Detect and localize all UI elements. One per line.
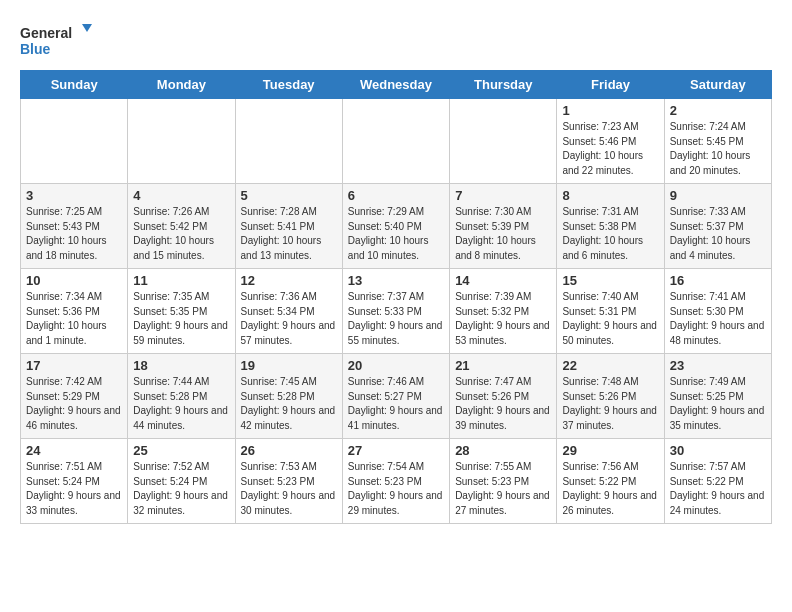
calendar-header-sunday: Sunday [21, 71, 128, 99]
logo-svg: GeneralBlue [20, 20, 100, 60]
day-number: 16 [670, 273, 766, 288]
calendar-cell: 3Sunrise: 7:25 AM Sunset: 5:43 PM Daylig… [21, 184, 128, 269]
day-info: Sunrise: 7:52 AM Sunset: 5:24 PM Dayligh… [133, 460, 229, 518]
calendar-cell: 8Sunrise: 7:31 AM Sunset: 5:38 PM Daylig… [557, 184, 664, 269]
calendar-week-row: 3Sunrise: 7:25 AM Sunset: 5:43 PM Daylig… [21, 184, 772, 269]
calendar-header-monday: Monday [128, 71, 235, 99]
day-info: Sunrise: 7:53 AM Sunset: 5:23 PM Dayligh… [241, 460, 337, 518]
day-info: Sunrise: 7:55 AM Sunset: 5:23 PM Dayligh… [455, 460, 551, 518]
day-info: Sunrise: 7:36 AM Sunset: 5:34 PM Dayligh… [241, 290, 337, 348]
calendar-week-row: 24Sunrise: 7:51 AM Sunset: 5:24 PM Dayli… [21, 439, 772, 524]
svg-marker-1 [82, 24, 92, 32]
day-number: 30 [670, 443, 766, 458]
day-number: 2 [670, 103, 766, 118]
calendar-cell: 28Sunrise: 7:55 AM Sunset: 5:23 PM Dayli… [450, 439, 557, 524]
day-number: 8 [562, 188, 658, 203]
calendar-cell [128, 99, 235, 184]
calendar-cell: 2Sunrise: 7:24 AM Sunset: 5:45 PM Daylig… [664, 99, 771, 184]
calendar-cell: 14Sunrise: 7:39 AM Sunset: 5:32 PM Dayli… [450, 269, 557, 354]
calendar-cell: 22Sunrise: 7:48 AM Sunset: 5:26 PM Dayli… [557, 354, 664, 439]
day-number: 11 [133, 273, 229, 288]
calendar-cell: 6Sunrise: 7:29 AM Sunset: 5:40 PM Daylig… [342, 184, 449, 269]
day-info: Sunrise: 7:23 AM Sunset: 5:46 PM Dayligh… [562, 120, 658, 178]
day-number: 12 [241, 273, 337, 288]
day-number: 21 [455, 358, 551, 373]
calendar-cell: 5Sunrise: 7:28 AM Sunset: 5:41 PM Daylig… [235, 184, 342, 269]
calendar-cell: 25Sunrise: 7:52 AM Sunset: 5:24 PM Dayli… [128, 439, 235, 524]
day-number: 5 [241, 188, 337, 203]
calendar-cell: 7Sunrise: 7:30 AM Sunset: 5:39 PM Daylig… [450, 184, 557, 269]
calendar-cell [235, 99, 342, 184]
calendar-cell: 18Sunrise: 7:44 AM Sunset: 5:28 PM Dayli… [128, 354, 235, 439]
day-info: Sunrise: 7:34 AM Sunset: 5:36 PM Dayligh… [26, 290, 122, 348]
day-number: 15 [562, 273, 658, 288]
svg-text:Blue: Blue [20, 41, 51, 57]
calendar-cell [450, 99, 557, 184]
calendar-cell: 16Sunrise: 7:41 AM Sunset: 5:30 PM Dayli… [664, 269, 771, 354]
calendar-cell: 26Sunrise: 7:53 AM Sunset: 5:23 PM Dayli… [235, 439, 342, 524]
calendar-cell: 19Sunrise: 7:45 AM Sunset: 5:28 PM Dayli… [235, 354, 342, 439]
day-number: 10 [26, 273, 122, 288]
calendar-week-row: 17Sunrise: 7:42 AM Sunset: 5:29 PM Dayli… [21, 354, 772, 439]
calendar-cell: 13Sunrise: 7:37 AM Sunset: 5:33 PM Dayli… [342, 269, 449, 354]
calendar-cell [342, 99, 449, 184]
day-info: Sunrise: 7:45 AM Sunset: 5:28 PM Dayligh… [241, 375, 337, 433]
day-number: 9 [670, 188, 766, 203]
day-info: Sunrise: 7:49 AM Sunset: 5:25 PM Dayligh… [670, 375, 766, 433]
logo: GeneralBlue [20, 20, 100, 60]
day-number: 1 [562, 103, 658, 118]
day-number: 19 [241, 358, 337, 373]
calendar-header-thursday: Thursday [450, 71, 557, 99]
day-info: Sunrise: 7:42 AM Sunset: 5:29 PM Dayligh… [26, 375, 122, 433]
calendar-week-row: 10Sunrise: 7:34 AM Sunset: 5:36 PM Dayli… [21, 269, 772, 354]
day-number: 28 [455, 443, 551, 458]
day-info: Sunrise: 7:24 AM Sunset: 5:45 PM Dayligh… [670, 120, 766, 178]
day-number: 26 [241, 443, 337, 458]
day-info: Sunrise: 7:35 AM Sunset: 5:35 PM Dayligh… [133, 290, 229, 348]
day-number: 18 [133, 358, 229, 373]
calendar-header-tuesday: Tuesday [235, 71, 342, 99]
day-info: Sunrise: 7:57 AM Sunset: 5:22 PM Dayligh… [670, 460, 766, 518]
day-info: Sunrise: 7:37 AM Sunset: 5:33 PM Dayligh… [348, 290, 444, 348]
calendar-header-row: SundayMondayTuesdayWednesdayThursdayFrid… [21, 71, 772, 99]
calendar-cell: 1Sunrise: 7:23 AM Sunset: 5:46 PM Daylig… [557, 99, 664, 184]
day-number: 24 [26, 443, 122, 458]
calendar-week-row: 1Sunrise: 7:23 AM Sunset: 5:46 PM Daylig… [21, 99, 772, 184]
day-number: 6 [348, 188, 444, 203]
calendar-cell: 17Sunrise: 7:42 AM Sunset: 5:29 PM Dayli… [21, 354, 128, 439]
day-number: 29 [562, 443, 658, 458]
day-info: Sunrise: 7:44 AM Sunset: 5:28 PM Dayligh… [133, 375, 229, 433]
day-info: Sunrise: 7:29 AM Sunset: 5:40 PM Dayligh… [348, 205, 444, 263]
day-info: Sunrise: 7:47 AM Sunset: 5:26 PM Dayligh… [455, 375, 551, 433]
day-info: Sunrise: 7:51 AM Sunset: 5:24 PM Dayligh… [26, 460, 122, 518]
day-number: 23 [670, 358, 766, 373]
calendar-cell: 10Sunrise: 7:34 AM Sunset: 5:36 PM Dayli… [21, 269, 128, 354]
calendar-cell: 12Sunrise: 7:36 AM Sunset: 5:34 PM Dayli… [235, 269, 342, 354]
day-number: 20 [348, 358, 444, 373]
day-info: Sunrise: 7:41 AM Sunset: 5:30 PM Dayligh… [670, 290, 766, 348]
svg-text:General: General [20, 25, 72, 41]
day-number: 7 [455, 188, 551, 203]
day-number: 17 [26, 358, 122, 373]
day-info: Sunrise: 7:54 AM Sunset: 5:23 PM Dayligh… [348, 460, 444, 518]
day-info: Sunrise: 7:26 AM Sunset: 5:42 PM Dayligh… [133, 205, 229, 263]
day-number: 4 [133, 188, 229, 203]
calendar-cell: 21Sunrise: 7:47 AM Sunset: 5:26 PM Dayli… [450, 354, 557, 439]
day-info: Sunrise: 7:48 AM Sunset: 5:26 PM Dayligh… [562, 375, 658, 433]
calendar-cell: 27Sunrise: 7:54 AM Sunset: 5:23 PM Dayli… [342, 439, 449, 524]
day-info: Sunrise: 7:40 AM Sunset: 5:31 PM Dayligh… [562, 290, 658, 348]
day-info: Sunrise: 7:46 AM Sunset: 5:27 PM Dayligh… [348, 375, 444, 433]
day-number: 3 [26, 188, 122, 203]
day-number: 22 [562, 358, 658, 373]
day-info: Sunrise: 7:56 AM Sunset: 5:22 PM Dayligh… [562, 460, 658, 518]
day-info: Sunrise: 7:39 AM Sunset: 5:32 PM Dayligh… [455, 290, 551, 348]
calendar-cell: 20Sunrise: 7:46 AM Sunset: 5:27 PM Dayli… [342, 354, 449, 439]
day-info: Sunrise: 7:28 AM Sunset: 5:41 PM Dayligh… [241, 205, 337, 263]
page-header: GeneralBlue [20, 20, 772, 60]
calendar-cell: 9Sunrise: 7:33 AM Sunset: 5:37 PM Daylig… [664, 184, 771, 269]
day-info: Sunrise: 7:30 AM Sunset: 5:39 PM Dayligh… [455, 205, 551, 263]
calendar-header-wednesday: Wednesday [342, 71, 449, 99]
day-info: Sunrise: 7:25 AM Sunset: 5:43 PM Dayligh… [26, 205, 122, 263]
day-number: 27 [348, 443, 444, 458]
day-number: 13 [348, 273, 444, 288]
